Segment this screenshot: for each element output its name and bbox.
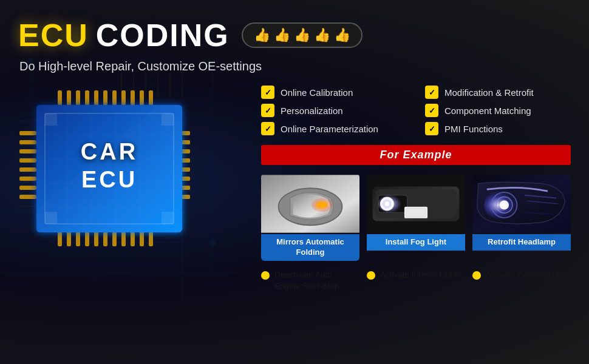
feature-label-3: Personalization bbox=[281, 106, 343, 116]
check-icon-4: ✓ bbox=[425, 104, 438, 117]
svg-rect-57 bbox=[112, 90, 117, 106]
bottom-text-2: Activate Interior Lights bbox=[380, 269, 461, 281]
thumb-icon-4: 👍 bbox=[314, 27, 330, 43]
feature-label-5: Online Parameterization bbox=[281, 124, 378, 134]
svg-rect-69 bbox=[121, 231, 126, 246]
chip-container: CAR ECU bbox=[18, 79, 213, 255]
check-icon-5: ✓ bbox=[261, 122, 274, 135]
chip-visual: CAR ECU bbox=[18, 79, 225, 268]
page-content: ECU CODING 👍 👍 👍 👍 👍 Do High-level Repai… bbox=[0, 0, 589, 305]
svg-rect-59 bbox=[131, 90, 135, 106]
features-grid: ✓ Online Calibration ✓ Modification & Re… bbox=[261, 86, 571, 135]
check-icon-6: ✓ bbox=[425, 122, 438, 135]
svg-text:CAR: CAR bbox=[81, 139, 138, 164]
feature-item-1: ✓ Online Calibration bbox=[261, 86, 407, 99]
header: ECU CODING 👍 👍 👍 👍 👍 bbox=[18, 17, 571, 53]
check-icon-3: ✓ bbox=[261, 104, 274, 117]
feature-item-4: ✓ Component Matching bbox=[425, 104, 571, 117]
svg-rect-36 bbox=[19, 140, 36, 144]
feature-item-2: ✓ Modification & Retrofit bbox=[425, 86, 571, 99]
svg-rect-51 bbox=[58, 90, 62, 106]
thumb-icon-1: 👍 bbox=[254, 27, 270, 43]
bottom-item-1: Deactivate Auto Engine Start-Stop bbox=[261, 269, 359, 292]
subtitle: Do High-level Repair, Customize OE-setti… bbox=[19, 59, 571, 73]
card-label-fog: Install Fog Light bbox=[367, 234, 465, 251]
for-example-banner: For Example bbox=[261, 145, 571, 165]
card-label-mirror: Mirrors Automatic Folding bbox=[261, 234, 359, 261]
headlamp-image bbox=[472, 174, 571, 234]
svg-rect-66 bbox=[94, 231, 98, 246]
fog-image bbox=[367, 174, 465, 234]
svg-rect-37 bbox=[19, 149, 36, 153]
svg-point-102 bbox=[385, 201, 390, 206]
svg-rect-72 bbox=[149, 231, 153, 246]
svg-rect-67 bbox=[103, 231, 107, 246]
svg-rect-42 bbox=[19, 195, 36, 199]
svg-rect-41 bbox=[19, 186, 36, 190]
svg-point-110 bbox=[502, 203, 507, 207]
feature-label-2: Modification & Retrofit bbox=[444, 87, 534, 98]
svg-rect-56 bbox=[103, 90, 107, 106]
svg-rect-61 bbox=[149, 90, 153, 106]
svg-rect-35 bbox=[19, 131, 36, 135]
mirror-image bbox=[261, 174, 359, 234]
svg-rect-63 bbox=[67, 231, 71, 246]
svg-rect-68 bbox=[112, 231, 117, 246]
thumb-icon-3: 👍 bbox=[294, 27, 310, 43]
svg-rect-53 bbox=[76, 90, 80, 106]
thumbs-badge: 👍 👍 👍 👍 👍 bbox=[242, 22, 363, 48]
svg-rect-64 bbox=[76, 231, 80, 246]
bottom-item-3: Activate Courtesy Light bbox=[472, 269, 571, 292]
svg-rect-87 bbox=[162, 113, 174, 126]
svg-rect-71 bbox=[140, 231, 144, 246]
feature-item-6: ✓ PMI Functions bbox=[425, 122, 571, 135]
for-example-text: For Example bbox=[380, 149, 452, 161]
bottom-items: Deactivate Auto Engine Start-Stop Activa… bbox=[261, 269, 571, 292]
title-ecu: ECU bbox=[18, 17, 89, 53]
svg-rect-86 bbox=[45, 113, 57, 126]
title-coding: CODING bbox=[96, 17, 230, 53]
dot-icon-2 bbox=[367, 271, 375, 280]
connector-svg: CAR ECU bbox=[18, 79, 213, 255]
svg-rect-54 bbox=[85, 90, 89, 106]
svg-point-94 bbox=[316, 201, 328, 208]
card-mirror: Mirrors Automatic Folding bbox=[261, 174, 359, 261]
title-section: ECU CODING bbox=[18, 17, 230, 53]
svg-text:ECU: ECU bbox=[81, 167, 137, 192]
bottom-text-1: Deactivate Auto Engine Start-Stop bbox=[274, 269, 359, 292]
dot-icon-1 bbox=[261, 271, 270, 280]
svg-rect-65 bbox=[85, 231, 89, 246]
svg-rect-62 bbox=[58, 231, 62, 246]
card-headlamp: Retrofit Headlamp bbox=[472, 174, 571, 261]
bottom-text-3: Activate Courtesy Light bbox=[486, 269, 570, 281]
svg-rect-70 bbox=[131, 231, 135, 246]
example-cards: Mirrors Automatic Folding bbox=[261, 174, 571, 261]
svg-rect-52 bbox=[67, 90, 71, 106]
card-fog: Install Fog Light bbox=[367, 174, 465, 261]
svg-rect-89 bbox=[162, 212, 174, 224]
check-icon-2: ✓ bbox=[425, 86, 438, 99]
svg-rect-38 bbox=[19, 158, 36, 163]
svg-rect-88 bbox=[45, 212, 57, 224]
feature-label-1: Online Calibration bbox=[281, 87, 353, 98]
thumb-icon-2: 👍 bbox=[274, 27, 290, 43]
dot-icon-3 bbox=[472, 271, 481, 280]
feature-label-4: Component Matching bbox=[444, 106, 531, 116]
svg-rect-60 bbox=[140, 90, 144, 106]
thumb-icon-5: 👍 bbox=[334, 27, 350, 43]
svg-rect-39 bbox=[19, 167, 36, 172]
left-panel: CAR ECU bbox=[18, 86, 255, 292]
feature-item-3: ✓ Personalization bbox=[261, 104, 407, 117]
svg-rect-58 bbox=[121, 90, 126, 106]
feature-label-6: PMI Functions bbox=[444, 124, 503, 134]
main-layout: CAR ECU ✓ Online Calibration bbox=[18, 86, 571, 292]
card-label-headlamp: Retrofit Headlamp bbox=[472, 234, 571, 251]
svg-rect-104 bbox=[406, 209, 426, 217]
svg-rect-40 bbox=[19, 177, 36, 181]
bottom-item-2: Activate Interior Lights bbox=[367, 269, 465, 292]
svg-rect-55 bbox=[94, 90, 98, 106]
feature-item-5: ✓ Online Parameterization bbox=[261, 122, 407, 135]
check-icon-1: ✓ bbox=[261, 86, 274, 99]
right-panel: ✓ Online Calibration ✓ Modification & Re… bbox=[255, 86, 571, 292]
